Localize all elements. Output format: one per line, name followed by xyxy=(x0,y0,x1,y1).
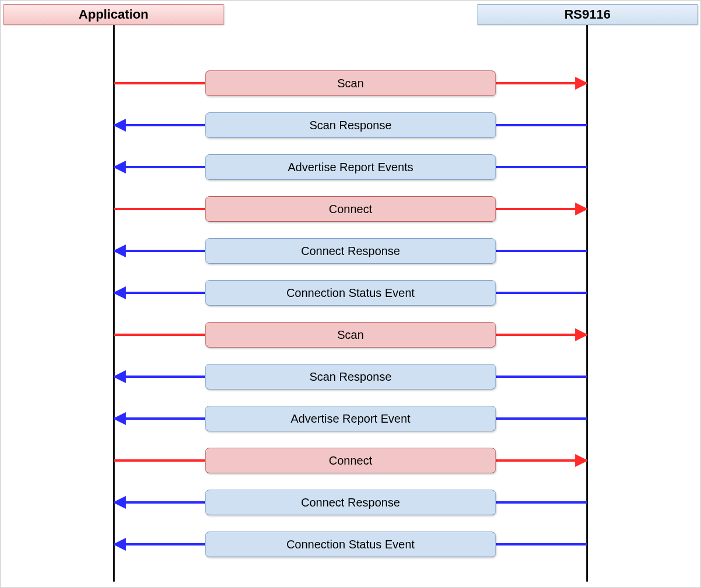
message-row: Connection Status Event xyxy=(114,280,587,306)
arrow-head-icon xyxy=(113,286,126,299)
message-label: Scan Response xyxy=(309,370,391,384)
participant-header-rs9116: RS9116 xyxy=(477,4,698,25)
message-label: Connect Response xyxy=(301,245,400,258)
message-label: Connect Response xyxy=(301,496,400,509)
message-row: Scan xyxy=(114,322,587,348)
sequence-diagram: Application RS9116 ScanScan ResponseAdve… xyxy=(1,1,700,587)
message-label: Connection Status Event xyxy=(286,538,415,551)
message-row: Scan Response xyxy=(114,112,587,138)
arrow-head-icon xyxy=(575,77,588,90)
message-label: Scan xyxy=(337,77,364,90)
arrow-head-icon xyxy=(575,454,588,467)
message-box: Connection Status Event xyxy=(205,280,496,306)
message-row: Connect Response xyxy=(114,490,587,515)
message-row: Connect xyxy=(114,196,587,222)
message-box: Connect Response xyxy=(205,238,496,264)
participant-label: Application xyxy=(79,7,148,22)
message-row: Connect Response xyxy=(114,238,587,264)
message-row: Scan xyxy=(114,70,587,96)
arrow-head-icon xyxy=(113,245,126,257)
message-row: Advertise Report Event xyxy=(114,406,587,431)
arrow-head-icon xyxy=(113,119,126,132)
arrow-head-icon xyxy=(113,161,126,173)
message-row: Connection Status Event xyxy=(114,532,587,557)
arrow-head-icon xyxy=(575,203,588,215)
message-box: Scan Response xyxy=(205,364,496,389)
message-box: Connection Status Event xyxy=(205,532,496,557)
arrow-head-icon xyxy=(113,496,126,509)
message-box: Scan xyxy=(205,70,496,96)
message-box: Connect Response xyxy=(205,490,496,515)
message-label: Scan Response xyxy=(309,119,391,132)
arrow-head-icon xyxy=(113,370,126,383)
message-label: Scan xyxy=(337,328,364,342)
message-box: Connect xyxy=(205,196,496,222)
message-label: Advertise Report Events xyxy=(288,161,413,174)
message-label: Connection Status Event xyxy=(286,286,415,300)
arrow-head-icon xyxy=(113,412,126,425)
message-label: Connect xyxy=(329,203,373,216)
message-box: Advertise Report Events xyxy=(205,154,496,180)
message-row: Scan Response xyxy=(114,364,587,389)
message-box: Scan Response xyxy=(205,112,496,138)
message-box: Connect xyxy=(205,448,496,473)
participant-label: RS9116 xyxy=(564,7,611,22)
message-label: Advertise Report Event xyxy=(291,412,410,426)
message-box: Advertise Report Event xyxy=(205,406,496,431)
message-row: Advertise Report Events xyxy=(114,154,587,180)
arrow-head-icon xyxy=(113,538,126,551)
arrow-head-icon xyxy=(575,328,588,341)
message-box: Scan xyxy=(205,322,496,348)
participant-header-application: Application xyxy=(3,4,224,25)
message-row: Connect xyxy=(114,448,587,473)
message-label: Connect xyxy=(329,454,373,467)
